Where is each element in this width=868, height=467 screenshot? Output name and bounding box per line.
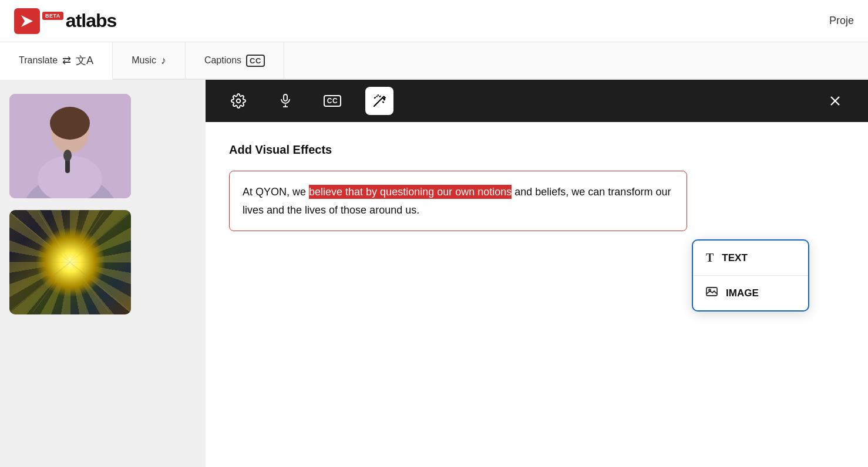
translate-icon-symbol: 文A: [76, 53, 93, 67]
svg-line-14: [39, 212, 70, 262]
thumbnail-person: [9, 94, 131, 198]
header: BETA atlabs Proje: [0, 0, 868, 42]
svg-line-16: [33, 262, 70, 312]
wand-icon: [372, 93, 387, 109]
settings-icon: [231, 93, 246, 109]
svg-line-9: [70, 212, 131, 262]
dropdown-item-text[interactable]: T TEXT: [693, 241, 808, 276]
svg-point-4: [50, 107, 90, 140]
close-button[interactable]: [821, 87, 849, 115]
svg-point-18: [237, 99, 241, 103]
cc-toolbar-icon: CC: [324, 95, 341, 107]
cc-button[interactable]: CC: [318, 87, 346, 115]
text-type-icon: T: [706, 251, 714, 265]
svg-line-27: [384, 99, 385, 100]
svg-line-25: [374, 97, 375, 99]
svg-line-10: [9, 262, 70, 312]
person-svg: [9, 94, 131, 198]
tab-captions[interactable]: Captions CC: [186, 42, 284, 79]
beta-badge: BETA: [42, 12, 63, 20]
wand-button[interactable]: [365, 87, 393, 115]
svg-line-28: [382, 101, 383, 103]
svg-point-7: [63, 150, 72, 161]
cc-icon: CC: [246, 55, 265, 67]
svg-rect-31: [706, 287, 717, 296]
dropdown-popup: T TEXT IMAGE: [692, 239, 809, 312]
person-image: [9, 94, 131, 198]
microphone-button[interactable]: [271, 87, 300, 115]
logo: BETA atlabs: [14, 8, 116, 34]
image-icon-svg: [706, 286, 718, 297]
main-panel: CC: [206, 80, 868, 467]
tab-translate[interactable]: Translate ⇄ 文A: [0, 42, 113, 80]
logo-icon: [14, 8, 40, 34]
music-label: Music: [132, 55, 156, 66]
text-start: At QYON, we: [243, 186, 309, 198]
toolbar: CC: [206, 80, 868, 122]
svg-rect-19: [284, 94, 287, 101]
sidebar: [0, 80, 206, 467]
svg-line-8: [9, 212, 70, 262]
header-nav-right: Proje: [829, 15, 854, 27]
music-icon: ♪: [161, 55, 166, 67]
abstract-svg: [9, 210, 131, 314]
svg-line-15: [70, 212, 103, 262]
logo-arrow-icon: [19, 13, 35, 29]
text-box[interactable]: At QYON, we believe that by questioning …: [229, 171, 687, 231]
svg-line-22: [374, 98, 382, 107]
dropdown-item-image[interactable]: IMAGE: [693, 276, 808, 310]
tab-music[interactable]: Music ♪: [113, 42, 186, 79]
image-icon: [706, 286, 718, 300]
translate-label: Translate: [19, 55, 58, 66]
close-icon: [827, 93, 843, 109]
logo-text: atlabs: [66, 10, 116, 32]
svg-line-17: [70, 262, 109, 312]
translate-icon: ⇄: [62, 54, 71, 67]
content-area: Add Visual Effects At QYON, we believe t…: [206, 122, 868, 467]
captions-label: Captions: [204, 55, 241, 66]
abstract-image: [9, 210, 131, 314]
microphone-icon: [278, 93, 292, 109]
dropdown-image-label: IMAGE: [726, 287, 759, 299]
svg-line-26: [379, 96, 381, 97]
section-title: Add Visual Effects: [229, 143, 845, 157]
settings-button[interactable]: [224, 87, 253, 115]
svg-line-11: [70, 262, 131, 312]
thumbnail-abstract: [9, 210, 131, 314]
svg-marker-0: [21, 15, 33, 27]
main-content: CC: [0, 80, 868, 467]
text-highlighted: believe that by questioning our own noti…: [309, 185, 512, 199]
tabs-nav: Translate ⇄ 文A Music ♪ Captions CC: [0, 42, 868, 80]
dropdown-text-label: TEXT: [722, 252, 747, 264]
